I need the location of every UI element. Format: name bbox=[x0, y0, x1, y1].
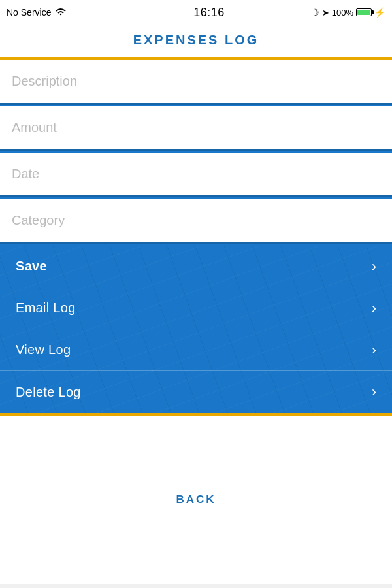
battery-icon: ⚡ bbox=[356, 7, 385, 18]
date-wrapper bbox=[0, 153, 392, 199]
save-menu-item[interactable]: Save › bbox=[0, 246, 392, 287]
status-bar: No Service 16:16 ☽ ➤ 100% ⚡ bbox=[0, 0, 392, 25]
bottom-bar: BACK bbox=[0, 416, 392, 584]
status-right: ☽ ➤ 100% ⚡ bbox=[307, 7, 385, 18]
battery-percent: 100% bbox=[332, 8, 353, 18]
view-log-label: View Log bbox=[16, 342, 71, 357]
delete-log-label: Delete Log bbox=[16, 385, 81, 400]
date-input[interactable] bbox=[0, 153, 392, 197]
delete-log-chevron-icon: › bbox=[372, 385, 376, 399]
view-log-chevron-icon: › bbox=[372, 343, 376, 357]
clock: 16:16 bbox=[193, 6, 225, 20]
back-button[interactable]: BACK bbox=[176, 493, 216, 506]
inputs-area bbox=[0, 60, 392, 246]
menu-area: Save › Email Log › View Log › Delete Log… bbox=[0, 246, 392, 413]
save-label: Save bbox=[16, 259, 47, 274]
wifi-icon bbox=[55, 7, 67, 18]
save-chevron-icon: › bbox=[372, 259, 376, 274]
main-content: Save › Email Log › View Log › Delete Log… bbox=[0, 57, 392, 416]
category-wrapper bbox=[0, 199, 392, 246]
description-wrapper bbox=[0, 60, 392, 106]
email-log-menu-item[interactable]: Email Log › bbox=[0, 287, 392, 329]
location-icon: ➤ bbox=[322, 8, 329, 18]
no-service-text: No Service bbox=[7, 7, 51, 18]
email-log-label: Email Log bbox=[16, 301, 76, 316]
view-log-menu-item[interactable]: View Log › bbox=[0, 329, 392, 371]
moon-icon: ☽ bbox=[311, 7, 319, 18]
status-left: No Service bbox=[7, 7, 111, 18]
email-log-chevron-icon: › bbox=[372, 301, 376, 316]
category-input[interactable] bbox=[0, 199, 392, 244]
amount-wrapper bbox=[0, 106, 392, 153]
amount-input[interactable] bbox=[0, 106, 392, 151]
description-input[interactable] bbox=[0, 60, 392, 105]
page-title-bar: EXPENSES LOG bbox=[0, 25, 392, 57]
delete-log-menu-item[interactable]: Delete Log › bbox=[0, 371, 392, 413]
page-title: EXPENSES LOG bbox=[13, 33, 379, 48]
